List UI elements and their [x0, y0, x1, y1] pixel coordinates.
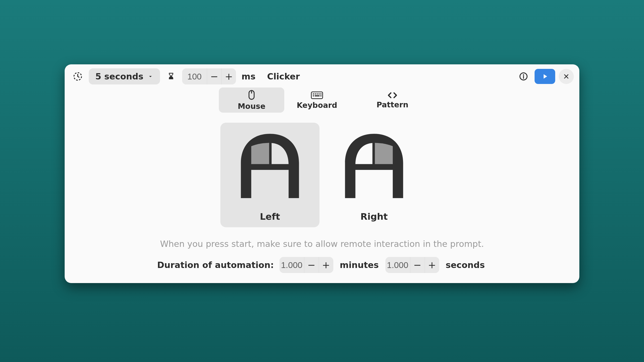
- svg-rect-11: [315, 95, 320, 97]
- svg-rect-8: [318, 93, 320, 95]
- duration-seconds-decrement[interactable]: −: [410, 257, 425, 273]
- tab-mouse-label: Mouse: [238, 102, 265, 111]
- svg-rect-10: [313, 95, 314, 97]
- duration-seconds-stepper: − +: [385, 257, 439, 273]
- header-left-group: 5 seconds − + ms: [70, 68, 258, 84]
- svg-rect-6: [315, 93, 316, 95]
- delay-dropdown[interactable]: 5 seconds: [89, 68, 160, 84]
- mouse-right-label: Right: [360, 211, 388, 222]
- hourglass-icon: [164, 69, 179, 84]
- mouse-left-card[interactable]: Left: [220, 123, 319, 227]
- interval-input[interactable]: [182, 68, 207, 84]
- interval-decrement-button[interactable]: −: [207, 68, 221, 84]
- mode-tabs: Mouse Keyboard Pattern: [65, 87, 579, 113]
- mouse-left-icon: [228, 123, 311, 207]
- svg-rect-12: [320, 95, 322, 97]
- mouse-left-label: Left: [260, 211, 280, 222]
- hint-text: When you press start, make sure to allow…: [65, 239, 579, 249]
- keyboard-icon: [311, 91, 323, 100]
- duration-seconds-unit: seconds: [444, 260, 487, 270]
- svg-rect-15: [372, 142, 375, 166]
- clicker-window: 5 seconds − + ms Clicker: [65, 64, 579, 283]
- info-icon: [519, 72, 528, 81]
- close-icon: [563, 73, 570, 80]
- delay-dropdown-label: 5 seconds: [95, 71, 143, 81]
- duration-minutes-decrement[interactable]: −: [304, 257, 319, 273]
- duration-minutes-stepper: − +: [279, 257, 333, 273]
- duration-minutes-increment[interactable]: +: [319, 257, 333, 273]
- svg-rect-13: [269, 142, 272, 166]
- close-button[interactable]: [559, 69, 574, 84]
- tab-keyboard-label: Keyboard: [297, 101, 337, 110]
- pattern-icon: [387, 91, 398, 99]
- duration-minutes-unit: minutes: [338, 260, 381, 270]
- duration-label: Duration of automation:: [157, 260, 274, 270]
- interval-increment-button[interactable]: +: [221, 68, 236, 84]
- mouse-right-card[interactable]: Right: [325, 123, 424, 227]
- mouse-right-icon: [333, 123, 416, 207]
- svg-rect-16: [353, 164, 395, 170]
- duration-seconds-input[interactable]: [385, 257, 410, 273]
- header-bar: 5 seconds − + ms Clicker: [65, 64, 579, 88]
- delay-icon: [70, 69, 85, 84]
- window-title: Clicker: [261, 71, 512, 81]
- start-button[interactable]: [535, 69, 555, 84]
- header-right-group: [516, 69, 574, 84]
- play-icon: [541, 73, 549, 80]
- mouse-icon: [247, 90, 256, 101]
- interval-unit-label: ms: [239, 71, 258, 81]
- tab-mouse[interactable]: Mouse: [219, 87, 284, 113]
- about-button[interactable]: [516, 69, 531, 84]
- svg-point-2: [523, 75, 524, 75]
- svg-rect-14: [249, 164, 291, 170]
- interval-stepper: − +: [182, 68, 236, 84]
- duration-row: Duration of automation: − + minutes − + …: [65, 257, 579, 283]
- tab-keyboard[interactable]: Keyboard: [284, 87, 350, 113]
- chevron-down-icon: [147, 73, 153, 79]
- tab-pattern[interactable]: Pattern: [360, 87, 425, 113]
- svg-rect-7: [317, 93, 318, 95]
- duration-minutes-input[interactable]: [279, 257, 304, 273]
- tab-pattern-label: Pattern: [377, 100, 409, 109]
- svg-rect-9: [320, 93, 322, 95]
- svg-rect-5: [313, 93, 314, 95]
- duration-seconds-increment[interactable]: +: [425, 257, 439, 273]
- mouse-button-row: Left Right: [65, 123, 579, 227]
